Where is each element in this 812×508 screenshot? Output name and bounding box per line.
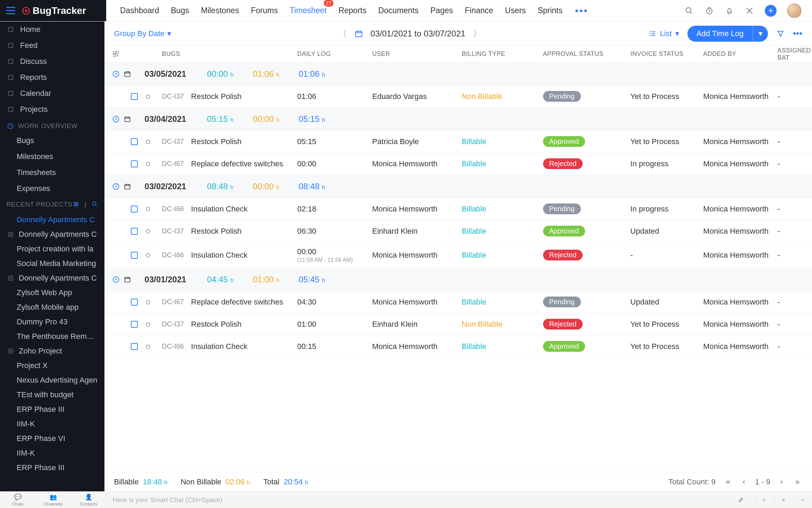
table-row[interactable]: DC-I67Replace defective switches00:00Mon… — [104, 153, 812, 175]
topnav-item-pages[interactable]: Pages — [430, 6, 453, 15]
date-group-row[interactable]: 03/05/202100:00 h01:06 h01:06 h — [104, 63, 812, 85]
sidebar-work-timesheets[interactable]: Timesheets — [0, 165, 104, 181]
table-row[interactable]: DC-I37Restock Polish05:15Patricia BoyleB… — [104, 131, 812, 153]
table-row[interactable]: DC-I37Restock Polish06:30Einhard KleinBi… — [104, 220, 812, 242]
topnav-item-milestones[interactable]: Milestones — [201, 6, 239, 15]
column-header[interactable]: INVOICE STATUS — [631, 50, 703, 58]
row-checkbox[interactable] — [131, 299, 138, 306]
row-checkbox[interactable] — [131, 206, 138, 213]
search-icon[interactable] — [684, 6, 694, 16]
sidebar-nav-calendar[interactable]: Calendar — [0, 85, 104, 101]
sidebar-project-item[interactable]: ERP Phase III — [0, 402, 104, 417]
sliders-icon[interactable] — [73, 201, 79, 208]
sidebar-project-item[interactable]: Project creation with la — [0, 242, 104, 256]
column-header[interactable]: ASSIGNED BAT — [778, 47, 812, 61]
sidebar-project-item[interactable]: Donnelly Apartments C — [0, 213, 104, 227]
date-group-row[interactable]: 03/01/202104:45 h01:00 h05:45 h — [104, 268, 812, 291]
column-header[interactable]: APPROVAL STATUS — [543, 50, 631, 58]
sidebar-work-milestones[interactable]: Milestones — [0, 149, 104, 165]
sidebar-project-item[interactable]: Nexus Advertising Agen — [0, 373, 104, 388]
chatbar-tab-channels[interactable]: 👥Channels — [35, 493, 71, 507]
date-group-row[interactable]: 03/02/202108:48 h00:00 h08:48 h — [104, 175, 812, 198]
more-horizontal-icon[interactable]: ••• — [793, 28, 802, 39]
group-by-dropdown[interactable]: Group By Date ▾ — [114, 29, 171, 38]
help-icon[interactable] — [755, 495, 766, 505]
sidebar-project-item[interactable]: Zylsoft Web App — [0, 285, 104, 300]
table-row[interactable]: DC-I67Replace defective switches04:30Mon… — [104, 291, 812, 313]
sidebar-project-item[interactable]: Project X — [0, 358, 104, 373]
topnav-item-reports[interactable]: Reports — [338, 6, 366, 15]
sidebar-nav-discuss[interactable]: Discuss — [0, 53, 104, 69]
bell-icon[interactable] — [725, 6, 734, 16]
row-checkbox[interactable] — [131, 228, 138, 235]
sidebar-work-bugs[interactable]: Bugs — [0, 133, 104, 149]
table-row[interactable]: DC-I37Restock Polish01:00Einhard KleinNo… — [104, 313, 812, 335]
chatbar-tab-chats[interactable]: 💬Chats — [0, 493, 35, 507]
page-prev-icon[interactable]: ‹ — [739, 477, 749, 487]
topnav-item-sprints[interactable]: Sprints — [538, 6, 563, 15]
search-projects-icon[interactable] — [91, 201, 98, 208]
row-checkbox[interactable] — [131, 138, 138, 145]
topnav-item-finance[interactable]: Finance — [465, 6, 493, 15]
column-header[interactable]: USER — [372, 50, 462, 58]
sidebar-project-item[interactable]: The Penthouse Remode — [0, 329, 104, 344]
copy-icon[interactable] — [775, 495, 785, 505]
pin-column-icon[interactable] — [112, 50, 120, 58]
sidebar-project-item[interactable]: ERP Phase III — [0, 460, 104, 475]
hamburger-icon[interactable] — [6, 6, 17, 16]
table-row[interactable]: DC-I66Insulation Check00:00(11:58 AM - 1… — [104, 242, 812, 268]
table-row[interactable]: DC-I66Insulation Check00:15Monica Hemswo… — [104, 335, 812, 358]
table-row[interactable]: DC-I66Insulation Check02:18Monica Hemswo… — [104, 198, 812, 220]
add-time-log-button[interactable]: Add Time Log ▾ — [687, 26, 768, 42]
page-last-icon[interactable]: » — [793, 477, 802, 487]
topnav-item-bugs[interactable]: Bugs — [171, 6, 189, 15]
sidebar-project-item[interactable]: Donnelly Apartments C — [0, 227, 104, 242]
date-prev-icon[interactable]: 〈 — [339, 28, 347, 39]
view-mode-dropdown[interactable]: List ▾ — [649, 29, 679, 38]
user-avatar[interactable] — [787, 3, 802, 18]
sidebar-project-item[interactable]: Dummy Pro 43 — [0, 315, 104, 329]
tools-icon[interactable] — [745, 6, 754, 16]
row-checkbox[interactable] — [131, 93, 138, 100]
row-checkbox[interactable] — [131, 343, 138, 350]
calendar-icon[interactable] — [355, 30, 363, 38]
smart-chat-input[interactable]: Here is your Smart Chat (Ctrl+Space) — [106, 492, 728, 508]
topnav-item-documents[interactable]: Documents — [378, 6, 418, 15]
chevron-down-icon[interactable]: ▾ — [753, 26, 768, 42]
sidebar-project-item[interactable]: IIM-K — [0, 446, 104, 460]
sidebar-project-item[interactable]: Zoho Project — [0, 344, 104, 358]
column-header[interactable]: BILLING TYPE — [462, 50, 543, 58]
sidebar-project-item[interactable]: Social Media Marketing — [0, 256, 104, 271]
sidebar-nav-projects[interactable]: Projects — [0, 101, 104, 117]
date-group-row[interactable]: 03/04/202105:15 h00:00 h05:15 h — [104, 108, 812, 131]
sidebar-nav-reports[interactable]: Reports — [0, 69, 104, 85]
topnav-item-users[interactable]: Users — [505, 6, 526, 15]
page-next-icon[interactable]: › — [777, 477, 786, 487]
sidebar-nav-home[interactable]: Home — [0, 22, 104, 38]
chatbar-tab-contacts[interactable]: 👤Contacts — [71, 493, 106, 507]
sidebar-project-item[interactable]: Donnelly Apartments C — [0, 271, 104, 285]
row-checkbox[interactable] — [131, 321, 138, 328]
row-checkbox[interactable] — [131, 160, 138, 167]
table-row[interactable]: DC-I37Restock Polish01:06Eduardo VargasN… — [104, 85, 812, 108]
sidebar-project-item[interactable]: Zylsoft Mobile app — [0, 300, 104, 315]
sidebar-project-item[interactable]: IIM-K — [0, 417, 104, 431]
sidebar-project-item[interactable]: ERP Phase VI — [0, 431, 104, 446]
topnav-more-icon[interactable]: ••• — [575, 5, 588, 16]
topnav-item-forums[interactable]: Forums — [251, 6, 278, 15]
sidebar-project-item[interactable]: TEst with budget — [0, 388, 104, 402]
timer-icon[interactable] — [704, 6, 714, 16]
date-next-icon[interactable]: 〉 — [473, 28, 481, 39]
sidebar-nav-feed[interactable]: Feed — [0, 38, 104, 53]
column-header[interactable]: ADDED BY — [703, 50, 778, 58]
column-header[interactable]: DAILY LOG — [297, 50, 372, 58]
zoom-icon[interactable] — [794, 495, 804, 505]
plug-icon[interactable] — [736, 495, 746, 505]
sidebar-work-expenses[interactable]: Expenses — [0, 181, 104, 197]
row-checkbox[interactable] — [131, 252, 138, 259]
global-add-button[interactable]: + — [765, 5, 777, 17]
column-header[interactable]: BUGS — [162, 50, 297, 58]
filter-icon[interactable] — [776, 30, 785, 38]
topnav-item-timesheet[interactable]: Timesheet27 — [290, 6, 327, 15]
topnav-item-dashboard[interactable]: Dashboard — [120, 6, 159, 15]
